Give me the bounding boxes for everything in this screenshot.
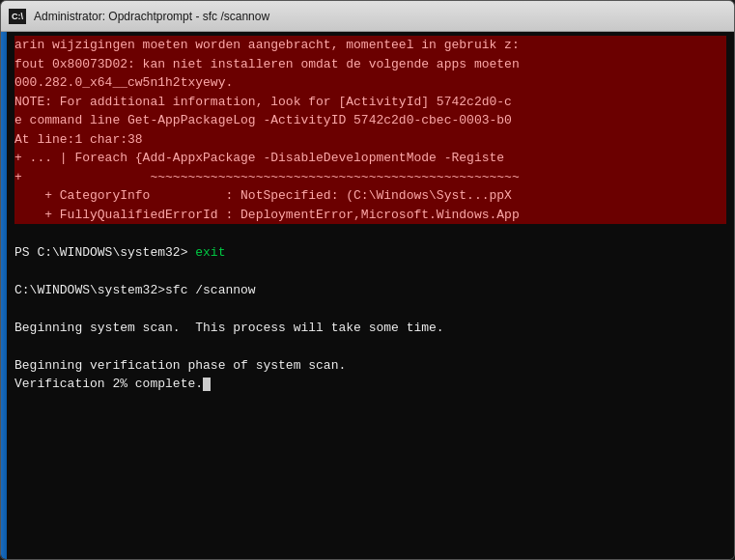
window-title: Administrator: Opdrachtprompt - sfc /sca… [34,10,269,23]
console-line: e command line Get-AppPackageLog -Activi… [14,111,726,130]
console-line: fout 0x80073D02: kan niet installeren om… [14,55,726,74]
cmd-icon: C:\ [9,9,26,24]
prompt-text: PS C:\WINDOWS\system32> [14,245,195,260]
console-line-empty [14,224,726,243]
console-line: + CategoryInfo : NotSpecified: (C:\Windo… [14,186,726,206]
console-line: + FullyQualifiedErrorId : DeploymentErro… [14,206,726,225]
console-line-verify-progress: Verification 2% complete. [14,375,726,394]
console-line-sfc: C:\WINDOWS\system32>sfc /scannow [14,281,726,300]
console-line: arin wijzigingen moeten worden aangebrac… [14,36,726,55]
console-line: + ~~~~~~~~~~~~~~~~~~~~~~~~~~~~~~~~~~~~~~… [14,168,726,187]
console-line: At line:1 char:38 [14,130,726,150]
console-line-empty [14,262,726,281]
window: C:\ Administrator: Opdrachtprompt - sfc … [0,0,735,560]
console-line-empty [14,337,726,356]
title-bar[interactable]: C:\ Administrator: Opdrachtprompt - sfc … [1,1,734,32]
console-line-scan-start: Beginning system scan. This process will… [14,319,726,338]
console-line-verify-start: Beginning verification phase of system s… [14,356,726,376]
cursor-blink [203,378,211,391]
console-line-exit: PS C:\WINDOWS\system32> exit [14,243,726,263]
console-line: NOTE: For additional information, look f… [14,93,726,112]
console-line: + ... | Foreach {Add-AppxPackage -Disabl… [14,149,726,168]
left-accent-border [1,32,7,559]
exit-command: exit [195,245,225,260]
console-area[interactable]: arin wijzigingen moeten worden aangebrac… [1,32,734,559]
console-line-empty [14,299,726,319]
console-line: 000.282.0_x64__cw5n1h2txyewy. [14,73,726,93]
